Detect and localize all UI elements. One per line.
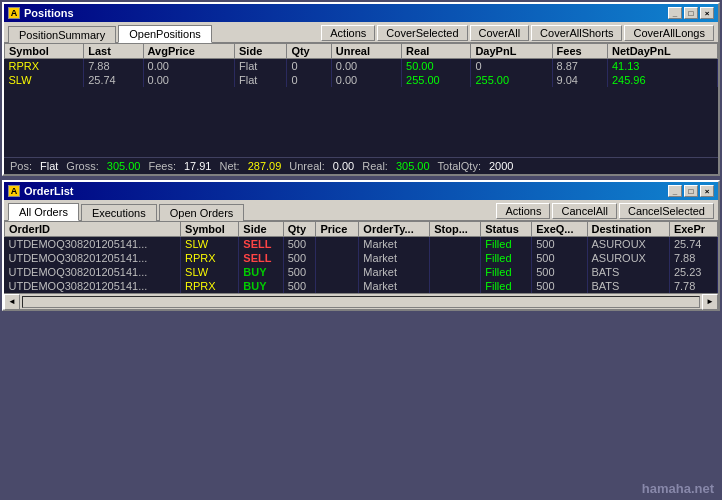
cell-destination: BATS [587,265,669,279]
col-qty: Qty [287,44,331,59]
cell-daypnl: 0 [471,59,552,74]
positions-title-icon: A [8,7,20,19]
table-row[interactable]: SLW 25.74 0.00 Flat 0 0.00 255.00 255.00… [5,73,718,87]
col-ord-side: Side [239,222,283,237]
orderlist-title-bar: A OrderList _ □ × [4,182,718,200]
cell-status: Filled [481,251,532,265]
cell-side: Flat [235,59,287,74]
cell-symbol: RPRX [5,59,84,74]
col-status: Status [481,222,532,237]
table-row[interactable]: UTDEMOQ308201205141... SLW SELL 500 Mark… [5,237,718,252]
positions-title-bar: A Positions _ □ × [4,4,718,22]
cover-selected-button[interactable]: CoverSelected [377,25,467,41]
col-destination: Destination [587,222,669,237]
positions-maximize-btn[interactable]: □ [684,7,698,19]
tab-open-orders[interactable]: Open Orders [159,204,245,221]
cancel-selected-button[interactable]: CancelSelected [619,203,714,219]
tab-all-orders[interactable]: All Orders [8,203,79,221]
tab-open-positions[interactable]: OpenPositions [118,25,212,43]
cell-netdaypnl: 41.13 [607,59,717,74]
col-netdaypnl: NetDayPnL [607,44,717,59]
scrollbar-track[interactable] [22,296,700,308]
unreal-val: 0.00 [333,160,354,172]
col-exeprice: ExePr [669,222,717,237]
orders-table: OrderID Symbol Side Qty Price OrderTy...… [4,221,718,293]
cell-qty: 500 [283,237,316,252]
real-label: Real: [362,160,388,172]
cell-destination: ASUROUX [587,237,669,252]
cell-price [316,265,359,279]
col-ord-price: Price [316,222,359,237]
scroll-right-btn[interactable]: ► [702,294,718,310]
cell-destination: ASUROUX [587,251,669,265]
cell-stop [430,265,481,279]
cell-qty: 0 [287,73,331,87]
cell-exeprice: 7.78 [669,279,717,293]
cell-side: BUY [239,265,283,279]
positions-title-text: Positions [24,7,74,19]
cell-exeprice: 25.23 [669,265,717,279]
cell-stop [430,251,481,265]
total-qty-label: TotalQty: [438,160,481,172]
orderlist-scrollbar[interactable]: ◄ ► [4,293,718,309]
cell-price [316,237,359,252]
orderlist-title-text: OrderList [24,185,74,197]
fees-label: Fees: [148,160,176,172]
cell-ordertype: Market [359,237,430,252]
positions-window: A Positions _ □ × PositionSummary OpenPo… [2,2,720,176]
cell-status: Filled [481,237,532,252]
cell-fees: 8.87 [552,59,607,74]
cell-avgprice: 0.00 [143,73,234,87]
net-label: Net: [219,160,239,172]
table-row[interactable]: UTDEMOQ308201205141... RPRX SELL 500 Mar… [5,251,718,265]
positions-close-btn[interactable]: × [700,7,714,19]
orders-table-header: OrderID Symbol Side Qty Price OrderTy...… [5,222,718,237]
cell-last: 25.74 [84,73,143,87]
orderlist-title-controls: _ □ × [668,185,714,197]
cell-unreal: 0.00 [331,59,401,74]
col-daypnl: DayPnL [471,44,552,59]
cell-exeqty: 500 [532,279,587,293]
orderlist-tab-toolbar: All Orders Executions Open Orders Action… [4,200,718,221]
cover-all-shorts-button[interactable]: CoverAllShorts [531,25,622,41]
orderlist-maximize-btn[interactable]: □ [684,185,698,197]
orderlist-toolbar-buttons: Actions CancelAll CancelSelected [496,203,714,219]
cell-real: 255.00 [402,73,471,87]
orderlist-title-icon: A [8,185,20,197]
cover-all-longs-button[interactable]: CoverAllLongs [624,25,714,41]
cell-side: BUY [239,279,283,293]
cell-exeprice: 7.88 [669,251,717,265]
orderlist-window: A OrderList _ □ × All Orders Executions … [2,180,720,311]
cell-symbol: SLW [181,237,239,252]
table-row[interactable]: UTDEMOQ308201205141... RPRX BUY 500 Mark… [5,279,718,293]
cell-exeqty: 500 [532,251,587,265]
orders-table-body: UTDEMOQ308201205141... SLW SELL 500 Mark… [5,237,718,294]
orderlist-minimize-btn[interactable]: _ [668,185,682,197]
col-unreal: Unreal [331,44,401,59]
cancel-all-button[interactable]: CancelAll [552,203,616,219]
cell-exeqty: 500 [532,265,587,279]
orders-actions-button[interactable]: Actions [496,203,550,219]
pos-label: Pos: [10,160,32,172]
cell-daypnl: 255.00 [471,73,552,87]
col-last: Last [84,44,143,59]
table-row[interactable]: UTDEMOQ308201205141... SLW BUY 500 Marke… [5,265,718,279]
scroll-left-btn[interactable]: ◄ [4,294,20,310]
positions-title-controls: _ □ × [668,7,714,19]
positions-minimize-btn[interactable]: _ [668,7,682,19]
tab-position-summary[interactable]: PositionSummary [8,26,116,43]
cell-stop [430,279,481,293]
cell-price [316,279,359,293]
cover-all-button[interactable]: CoverAll [470,25,530,41]
col-ord-qty: Qty [283,222,316,237]
actions-button[interactable]: Actions [321,25,375,41]
tab-executions[interactable]: Executions [81,204,157,221]
col-orderid: OrderID [5,222,181,237]
positions-status-bar: Pos: Flat Gross: 305.00 Fees: 17.91 Net:… [4,157,718,174]
net-val: 287.09 [248,160,282,172]
cell-exeqty: 500 [532,237,587,252]
orderlist-close-btn[interactable]: × [700,185,714,197]
watermark: hamaha.net [642,481,714,496]
table-row[interactable]: RPRX 7.88 0.00 Flat 0 0.00 50.00 0 8.87 … [5,59,718,74]
cell-side: Flat [235,73,287,87]
